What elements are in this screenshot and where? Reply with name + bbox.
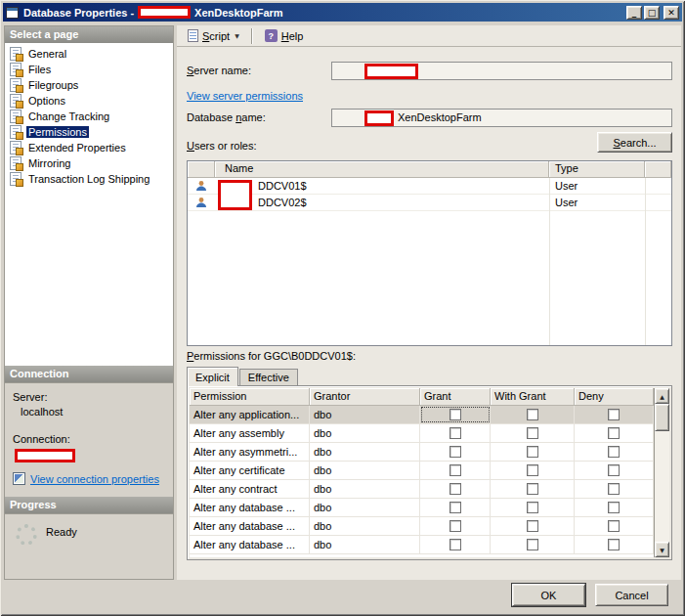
tab-effective[interactable]: Effective [239, 369, 298, 386]
table-row[interactable]: Alter any asymmetri... dbo [190, 443, 654, 462]
with-grant-checkbox[interactable] [527, 539, 538, 550]
window-title-prefix: Database Properties - [23, 7, 134, 19]
server-name-label: Server name: [187, 65, 251, 76]
with-grant-checkbox[interactable] [527, 446, 538, 458]
connection-properties-icon [13, 472, 25, 485]
tab-explicit[interactable]: Explicit [187, 367, 238, 386]
with-grant-checkbox[interactable] [527, 502, 538, 513]
sidebar-item-general[interactable]: General [5, 46, 173, 62]
progress-status: Ready [46, 526, 77, 538]
explicit-permissions-panel: Permission Grantor Grant With Grant Deny… [187, 385, 672, 560]
grant-checkbox[interactable] [450, 520, 461, 532]
grant-checkbox[interactable] [450, 502, 461, 513]
user-icon [188, 180, 215, 192]
script-button[interactable]: Script ▼ [183, 27, 244, 44]
search-button[interactable]: Search... [597, 132, 672, 153]
deny-checkbox[interactable] [608, 446, 620, 458]
deny-checkbox[interactable] [608, 483, 620, 495]
users-col-name: Name [215, 161, 549, 178]
deny-checkbox[interactable] [608, 464, 620, 476]
redaction-box [15, 449, 75, 462]
grant-checkbox[interactable] [450, 483, 461, 495]
col-grantor: Grantor [310, 388, 420, 406]
page-icon [10, 94, 21, 108]
sidebar-item-filegroups[interactable]: Filegroups [5, 77, 173, 93]
table-row[interactable]: DDCV01$ User [188, 178, 671, 195]
deny-checkbox[interactable] [608, 409, 620, 420]
scrollbar-track[interactable] [655, 431, 669, 542]
database-name-label: Database name: [187, 111, 266, 123]
page-icon [10, 141, 21, 154]
users-col-extra [645, 161, 671, 178]
titlebar: Database Properties - XenDesktopFarm _ □… [3, 3, 682, 22]
connection-section: Server: localhost Connection: View conne… [5, 382, 173, 497]
scrollbar-thumb[interactable] [655, 404, 669, 431]
permissions-for-label: Permissions for GGC\B0DDCV01$: [187, 350, 356, 362]
with-grant-checkbox[interactable] [527, 427, 538, 439]
table-row[interactable]: DDCV02$ User [188, 195, 671, 211]
grant-checkbox[interactable] [450, 409, 461, 420]
view-server-permissions-link[interactable]: View server permissions [187, 90, 303, 102]
sidebar-item-change-tracking[interactable]: Change Tracking [5, 109, 173, 124]
cancel-button[interactable]: Cancel [595, 584, 668, 606]
deny-checkbox[interactable] [608, 539, 620, 550]
table-row[interactable]: Alter any assembly dbo [190, 424, 654, 443]
users-col-type: Type [549, 161, 645, 178]
user-type: User [549, 180, 645, 192]
with-grant-checkbox[interactable] [527, 520, 538, 532]
grant-checkbox[interactable] [450, 464, 461, 476]
view-connection-properties-link[interactable]: View connection properties [30, 473, 159, 485]
table-row[interactable]: Alter any certificate dbo [190, 462, 654, 480]
col-with-grant: With Grant [491, 388, 575, 406]
window-title-suffix: XenDesktopFarm [194, 7, 282, 19]
script-icon [188, 29, 198, 42]
permissions-grid: Permission Grantor Grant With Grant Deny… [190, 388, 654, 557]
minimize-button[interactable]: _ [626, 6, 642, 20]
ok-button[interactable]: OK [512, 584, 585, 606]
database-name-field[interactable]: XenDesktopFarm [331, 109, 672, 127]
page-icon [10, 63, 21, 76]
scroll-down-button[interactable]: ▼ [655, 542, 669, 557]
grant-checkbox[interactable] [450, 427, 461, 439]
toolbar-separator [251, 28, 253, 44]
sidebar-item-mirroring[interactable]: Mirroring [5, 155, 173, 171]
sidebar-item-extended-properties[interactable]: Extended Properties [5, 140, 173, 155]
page-icon [10, 110, 21, 123]
main-pane: Server name: View server permissions Dat… [177, 47, 681, 580]
table-row[interactable]: Alter any database ... dbo [190, 536, 654, 554]
table-row[interactable]: Alter any contract dbo [190, 480, 654, 499]
sidebar-item-permissions[interactable]: Permissions [5, 124, 173, 140]
table-row[interactable]: Alter any application... dbo [190, 406, 654, 424]
table-row[interactable]: Alter any database ... dbo [190, 499, 654, 517]
close-button[interactable]: ✕ [664, 6, 679, 20]
database-properties-window: Database Properties - XenDesktopFarm _ □… [0, 0, 685, 616]
sidebar-item-options[interactable]: Options [5, 93, 173, 109]
deny-checkbox[interactable] [608, 520, 620, 532]
chevron-down-icon: ▼ [235, 32, 239, 39]
close-icon: ✕ [667, 8, 675, 18]
redaction-box [218, 180, 252, 210]
progress-section: Ready [5, 513, 173, 579]
deny-checkbox[interactable] [608, 427, 620, 439]
sidebar-item-transaction-log-shipping[interactable]: Transaction Log Shipping [5, 171, 173, 187]
grant-checkbox[interactable] [450, 539, 461, 550]
redaction-box [364, 110, 394, 126]
deny-checkbox[interactable] [608, 502, 620, 513]
table-row[interactable]: Alter any database ... dbo [190, 517, 654, 536]
with-grant-checkbox[interactable] [527, 483, 538, 495]
page-icon [10, 172, 21, 186]
users-table-header: Name Type [188, 161, 671, 178]
col-grant: Grant [420, 388, 491, 406]
scroll-up-button[interactable]: ▲ [655, 388, 669, 404]
grant-checkbox[interactable] [450, 446, 461, 458]
vertical-scrollbar: ▲ ▼ [654, 388, 669, 557]
redaction-box [364, 64, 418, 79]
with-grant-checkbox[interactable] [527, 409, 538, 420]
help-button[interactable]: ? Help [260, 27, 309, 44]
sidebar-item-files[interactable]: Files [5, 62, 173, 77]
server-name-field[interactable] [331, 62, 672, 80]
col-deny: Deny [575, 388, 654, 406]
maximize-button[interactable]: □ [644, 6, 660, 20]
permissions-tabs: Explicit Effective [187, 367, 299, 386]
with-grant-checkbox[interactable] [527, 464, 538, 476]
